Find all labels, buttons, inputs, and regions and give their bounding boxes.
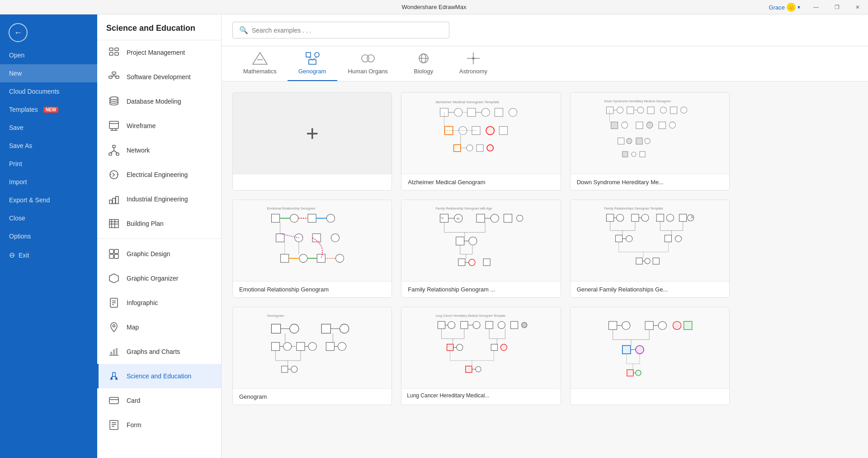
svg-text:Emotional Relationship Genogra: Emotional Relationship Genogram xyxy=(267,207,315,210)
sidebar-item-open[interactable]: Open xyxy=(0,46,97,64)
sidebar-label-options: Options xyxy=(9,233,31,240)
svg-line-61 xyxy=(308,57,312,60)
sidebar-item-options[interactable]: Options xyxy=(0,227,97,245)
category-item-electrical[interactable]: Electrical Engineering xyxy=(97,162,221,187)
minimize-button[interactable]: — xyxy=(806,0,826,14)
category-item-wireframe[interactable]: Wireframe xyxy=(97,114,221,138)
template-card-new[interactable]: + xyxy=(232,92,392,191)
alzheimer-thumb: Alzheimer Medical Genogram Template xyxy=(401,93,560,174)
category-label-graphic-design: Graphic Design xyxy=(127,250,170,258)
template-card-alzheimer[interactable]: Alzheimer Medical Genogram Template xyxy=(401,92,561,191)
sidebar-item-save[interactable]: Save xyxy=(0,119,97,137)
close-button[interactable]: ✕ xyxy=(847,0,868,14)
database-icon xyxy=(108,95,120,108)
sidebar-item-export[interactable]: Export & Send xyxy=(0,191,97,209)
svg-point-223 xyxy=(340,324,349,333)
search-icon: 🔍 xyxy=(239,26,248,34)
tab-genogram[interactable]: Genogram xyxy=(288,46,337,81)
svg-rect-234 xyxy=(486,321,493,329)
template-card-emotional[interactable]: Emotional Relationship Genogram xyxy=(232,200,392,298)
software-icon xyxy=(108,71,120,83)
sidebar-label-print: Print xyxy=(9,160,22,167)
template-card-genogram2[interactable]: Genogram xyxy=(232,307,392,405)
emotional-thumb: Emotional Relationship Genogram xyxy=(233,200,392,281)
family-age-label: Family Relationship Genogram ... xyxy=(401,281,560,297)
template-card-family-age[interactable]: Family Relationship Genogram with Age 72… xyxy=(401,200,561,298)
template-card-lung-cancer[interactable]: Lung Cancer Hereditary Medical Genogram … xyxy=(401,307,561,405)
emotional-label: Emotional Relationship Genogram xyxy=(233,281,392,297)
svg-rect-50 xyxy=(109,397,118,404)
svg-rect-112 xyxy=(618,138,624,144)
sidebar-item-exit[interactable]: ⊖ Exit xyxy=(0,245,97,265)
category-item-industrial[interactable]: Industrial Engineering xyxy=(97,187,221,211)
svg-rect-95 xyxy=(607,107,613,114)
category-item-infographic[interactable]: Infographic xyxy=(97,291,221,315)
template-card-3[interactable] xyxy=(570,307,730,405)
category-item-card[interactable]: Card xyxy=(97,388,221,413)
category-item-graphs[interactable]: Graphs and Charts xyxy=(97,339,221,364)
category-item-software[interactable]: Software Development xyxy=(97,65,221,89)
user-dropdown-icon[interactable]: ▾ xyxy=(797,4,800,10)
svg-point-191 xyxy=(675,235,682,242)
svg-rect-226 xyxy=(326,342,334,350)
svg-rect-109 xyxy=(659,122,665,129)
sidebar-label-exit: Exit xyxy=(19,252,29,259)
category-item-graphic-org[interactable]: Graphic Organizer xyxy=(97,266,221,291)
tab-astronomy[interactable]: Astronomy xyxy=(448,46,498,81)
svg-point-176 xyxy=(667,214,674,221)
sidebar-item-print[interactable]: Print xyxy=(0,155,97,173)
sidebar-item-templates[interactable]: Templates NEW xyxy=(0,100,97,119)
network-icon xyxy=(108,144,120,157)
back-button[interactable]: ← xyxy=(5,19,32,46)
svg-rect-18 xyxy=(116,153,119,155)
sidebar-item-close[interactable]: Close xyxy=(0,209,97,227)
svg-rect-219 xyxy=(281,366,288,372)
category-item-project[interactable]: Project Management xyxy=(97,40,221,65)
category-item-map[interactable]: Map xyxy=(97,315,221,339)
app-body: ← Open New Cloud Documents Templates NEW… xyxy=(0,14,868,458)
svg-rect-136 xyxy=(317,254,325,262)
sidebar-label-close: Close xyxy=(9,215,25,222)
category-item-building[interactable]: Building Plan xyxy=(97,211,221,236)
user-area[interactable]: Grace 👑 ▾ xyxy=(769,0,800,14)
sidebar-item-saveas[interactable]: Save As xyxy=(0,137,97,155)
sidebar-item-import[interactable]: Import xyxy=(0,173,97,191)
svg-rect-25 xyxy=(109,200,112,204)
category-header: Science and Education xyxy=(97,14,221,40)
maximize-button[interactable]: ❐ xyxy=(826,0,847,14)
svg-rect-114 xyxy=(636,138,642,144)
tab-human-organs[interactable]: Human Organs xyxy=(337,46,399,81)
svg-rect-120 xyxy=(271,214,279,222)
svg-point-152 xyxy=(517,215,523,221)
sidebar-item-new[interactable]: New xyxy=(0,64,97,82)
svg-rect-27 xyxy=(116,196,118,204)
category-item-graphic-design[interactable]: Graphic Design xyxy=(97,242,221,266)
svg-rect-33 xyxy=(109,249,113,253)
tab-biology[interactable]: Biology xyxy=(399,46,448,81)
svg-rect-151 xyxy=(504,214,512,222)
search-input[interactable] xyxy=(252,27,443,34)
svg-rect-210 xyxy=(296,342,304,350)
tab-mathematics[interactable]: Mathematics xyxy=(232,46,288,81)
category-label-wireframe: Wireframe xyxy=(127,122,156,129)
lung-cancer-thumb: Lung Cancer Hereditary Medical Genogram … xyxy=(401,307,560,389)
sidebar-item-cloud[interactable]: Cloud Documents xyxy=(0,82,97,100)
svg-rect-85 xyxy=(499,126,507,134)
svg-point-135 xyxy=(299,254,307,262)
category-item-form[interactable]: Form xyxy=(97,413,221,437)
svg-point-115 xyxy=(645,138,650,144)
svg-rect-46 xyxy=(116,348,118,355)
lung-cancer-label: Lung Cancer Hereditary Medical... xyxy=(401,389,560,402)
template-card-down-syndrome[interactable]: Down Syndrome Hereditary Medical Genogra… xyxy=(570,92,730,191)
svg-point-91 xyxy=(487,145,493,151)
svg-rect-177 xyxy=(679,214,687,221)
svg-point-280 xyxy=(636,370,641,376)
category-item-database[interactable]: Database Modeling xyxy=(97,89,221,114)
general-family-label: General Family Relationships Ge... xyxy=(571,281,729,297)
svg-point-108 xyxy=(646,122,653,128)
svg-point-123 xyxy=(326,214,335,222)
human-organs-tab-icon xyxy=(360,52,376,65)
category-item-network[interactable]: Network xyxy=(97,138,221,162)
category-item-science[interactable]: Science and Education xyxy=(97,364,221,388)
template-card-general-family[interactable]: Family Relationships Genogram Template xyxy=(570,200,730,298)
